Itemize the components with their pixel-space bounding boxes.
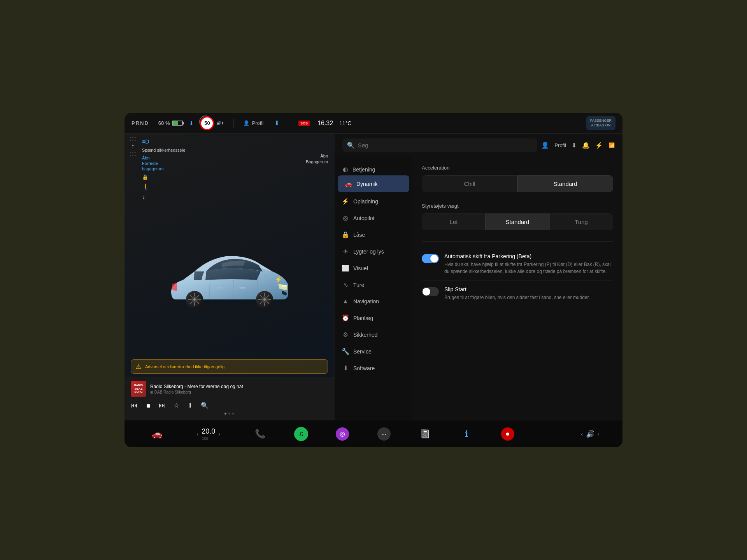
page-dot-1 <box>224 413 226 415</box>
prnd-indicator: PRND <box>132 120 149 126</box>
steering-toggle-group[interactable]: Let Standard Tung <box>422 214 613 230</box>
taskbar-temp[interactable]: ‹ 20.0 ⊡⊡ › <box>177 427 239 441</box>
sidebar-item-lygter[interactable]: ☀ Lygter og lys <box>335 243 412 260</box>
svg-rect-6 <box>282 285 287 287</box>
profile-button[interactable]: 👤 Profil <box>243 120 263 126</box>
svg-text:⚡: ⚡ <box>275 276 282 283</box>
media-thumbnail: RADIO SILKE BORG <box>131 381 146 397</box>
vol-right-arrow[interactable]: › <box>598 431 600 437</box>
sidebar-item-laase[interactable]: 🔒 Låse <box>335 226 412 243</box>
let-button[interactable]: Let <box>422 214 486 230</box>
slip-start-row: Slip Start Bruges til at frigøre bilen, … <box>422 281 613 306</box>
service-icon: 🔧 <box>342 348 349 355</box>
dynamik-label: Dynamik <box>356 181 377 187</box>
chill-button[interactable]: Chill <box>422 175 517 192</box>
sidebar-item-ture[interactable]: ∿ Ture <box>335 276 412 293</box>
search-icon: 🔍 <box>347 142 355 149</box>
standard2-button[interactable]: Standard <box>486 214 549 230</box>
next-button[interactable]: ⏭ <box>159 401 166 410</box>
headlight-icon: ≡D <box>142 138 149 145</box>
taskbar-car[interactable]: 🚗 <box>136 429 177 439</box>
warning-section: ⚠ Advarsel om førertræthed ikke tilgænge… <box>124 356 334 377</box>
temp-display: 11°C <box>339 120 351 126</box>
taskbar-camera[interactable]: ◎ <box>322 427 363 441</box>
search-wrapper[interactable]: 🔍 <box>342 138 537 152</box>
sidebar-item-betjening-header[interactable]: ◐ Betjening <box>335 161 412 175</box>
acceleration-toggle-group[interactable]: Chill Standard <box>422 175 613 192</box>
tesla-car-svg: ⚡ <box>160 241 300 319</box>
seatbelt-text: Spænd sikkerhedssele <box>142 148 185 152</box>
temp-right-arrow[interactable]: › <box>218 431 220 437</box>
visuel-icon: ⬜ <box>342 264 349 272</box>
car-visualization: ⚡ <box>124 204 334 356</box>
sidebar-item-dynamik[interactable]: 🚗 Dynamik <box>338 175 409 192</box>
taskbar-record[interactable]: ⏺ <box>487 427 528 441</box>
sidebar-item-software[interactable]: ⬇ Software <box>335 360 412 376</box>
taskbar-dots[interactable]: ··· <box>363 427 405 441</box>
notebook-icon: 📓 <box>420 429 430 439</box>
temp-left-arrow[interactable]: ‹ <box>196 431 198 437</box>
prev-button[interactable]: ⏮ <box>131 401 138 410</box>
profile-icon-top[interactable]: 👤 <box>541 142 549 149</box>
bell-icon[interactable]: 🔔 <box>582 142 590 149</box>
service-label: Service <box>353 348 372 355</box>
search-button[interactable]: 🔍 <box>201 402 209 409</box>
auto-shift-toggle[interactable] <box>422 254 439 263</box>
vol-left-arrow[interactable]: ‹ <box>581 431 583 437</box>
arrow-down-icon: ↓ <box>142 194 185 201</box>
sidebar-item-autopilot[interactable]: ◎ Autopilot <box>335 210 412 226</box>
opladning-label: Opladning <box>353 198 378 205</box>
warning-icon: ⚠ <box>136 363 141 370</box>
settings-panel: Acceleration Chill Standard Styretøjets … <box>412 157 622 420</box>
svg-rect-4 <box>217 287 223 289</box>
battery-icon <box>172 121 183 126</box>
equalizer-button[interactable]: ⏸ <box>187 402 193 409</box>
battery-group: 60 % <box>158 120 183 126</box>
taskbar-info[interactable]: ℹ <box>446 429 487 439</box>
slip-start-label: Slip Start <box>444 286 613 292</box>
sidebar-item-visuel[interactable]: ⬜ Visuel <box>335 260 412 276</box>
bluetooth-icon[interactable]: ⚡ <box>595 142 603 149</box>
sidebar-item-sikkerhed[interactable]: ⚙ Sikkerhed <box>335 326 412 343</box>
media-subtitle: ⊞ DAB Radio Silkeborg <box>150 390 328 394</box>
sos-button[interactable]: SOS <box>298 121 310 126</box>
download-icon-2[interactable]: ⬇ <box>274 119 279 127</box>
taskbar-volume[interactable]: ‹ 🔊 › <box>570 430 611 438</box>
tung-button[interactable]: Tung <box>549 214 613 230</box>
volume-group[interactable]: ‹ 🔊 › <box>581 430 599 438</box>
sidebar-item-planlaeg[interactable]: ⏰ Planlæg <box>335 310 412 326</box>
taskbar-spotify[interactable]: ♫ <box>281 427 322 441</box>
open-front-text: Åbn <box>142 156 185 160</box>
settings-icon: ◐ <box>342 166 349 173</box>
settings-sidebar: ◐ Betjening 🚗 Dynamik ⚡ Opladning ◎ <box>335 157 412 420</box>
sidebar-item-opladning[interactable]: ⚡ Opladning <box>335 193 412 210</box>
slip-start-toggle[interactable] <box>422 287 439 296</box>
media-title: Radio Silkeborg - Mere for ørerne dag og… <box>150 384 328 389</box>
record-icon: ⏺ <box>501 427 514 441</box>
steering-section: Styretøjets vægt Let Standard Tung <box>422 203 613 230</box>
svg-point-10 <box>263 298 266 301</box>
speed-value: 50 <box>204 120 210 126</box>
profile-label: Profil <box>252 120 263 126</box>
taskbar-phone[interactable]: 📞 <box>239 429 281 439</box>
dynamik-icon: 🚗 <box>345 180 352 187</box>
favorite-button[interactable]: ☆ <box>174 402 179 409</box>
sidebar-item-navigation[interactable]: ▲ Navigation <box>335 293 412 310</box>
planlaeg-icon: ⏰ <box>342 314 349 322</box>
auto-shift-row: Automatisk skift fra Parkering (Beta) Hv… <box>422 248 613 281</box>
search-icons: 👤 Profil ⬇ 🔔 ⚡ 📶 <box>541 142 615 149</box>
download-icon[interactable]: ⬇ <box>189 120 194 126</box>
search-input[interactable] <box>358 142 533 149</box>
stop-button[interactable]: ⏹ <box>146 402 151 409</box>
standard-button[interactable]: Standard <box>517 175 613 192</box>
spotify-icon: ♫ <box>294 427 308 441</box>
download-icon-top[interactable]: ⬇ <box>572 142 577 149</box>
media-controls[interactable]: ⏮ ⏹ ⏭ ☆ ⏸ 🔍 <box>131 400 328 411</box>
taskbar: 🚗 ‹ 20.0 ⊡⊡ › 📞 ♫ ◎ ··· <box>124 420 622 447</box>
navigation-icon: ▲ <box>342 298 349 305</box>
sidebar-item-service[interactable]: 🔧 Service <box>335 343 412 360</box>
auto-shift-label: Automatisk skift fra Parkering (Beta) <box>444 253 613 259</box>
page-indicator <box>131 411 328 416</box>
taskbar-notebook[interactable]: 📓 <box>405 429 446 439</box>
ture-icon: ∿ <box>342 281 349 289</box>
